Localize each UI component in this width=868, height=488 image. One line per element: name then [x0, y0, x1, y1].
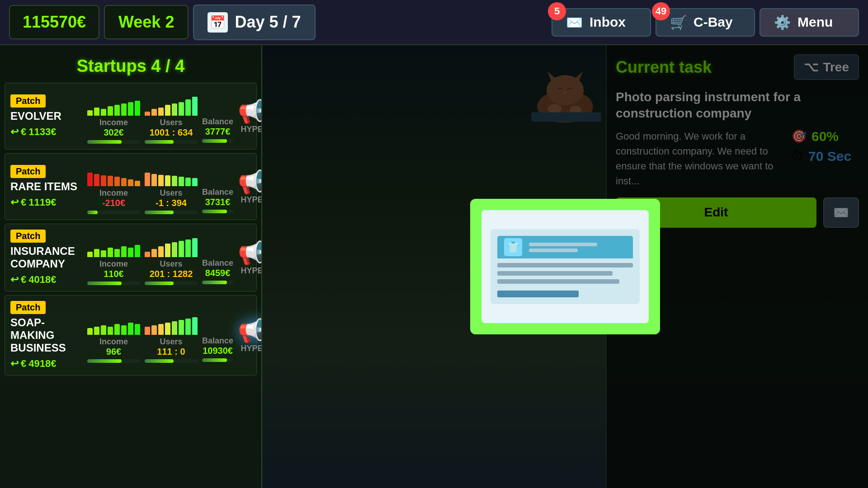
hype-label: HYPE	[241, 195, 262, 205]
menu-label: Menu	[797, 14, 833, 30]
mockup-avatar-icon: 👕	[504, 238, 522, 256]
mockup-line-1	[497, 263, 633, 267]
startup-cost: ↩ € 1133€	[10, 126, 83, 138]
startup-left-col: Patch SOAP-MAKING BUSINESS ↩ € 4918€	[10, 301, 83, 370]
balance-chart-area: Balance 3731€	[202, 160, 233, 213]
cbay-badge: 49	[652, 2, 670, 20]
users-value: 201 : 1282	[150, 269, 193, 279]
users-value: -1 : 394	[156, 198, 187, 208]
balance-value: 10930€	[203, 346, 233, 356]
gear-icon: ⚙️	[774, 14, 791, 30]
hype-megaphone-icon: 📢	[238, 318, 262, 344]
modal-window: 👕	[470, 199, 660, 334]
income-value: -210€	[102, 198, 125, 208]
startup-name: SOAP-MAKING BUSINESS	[10, 316, 83, 354]
startup-cost: ↩ € 4918€	[10, 358, 83, 370]
hype-megaphone-icon: 📢	[238, 169, 262, 195]
balance-chart-area: Balance 3777€	[202, 90, 233, 143]
currency-display: 115570€	[9, 5, 99, 39]
coin-icon: €	[21, 358, 26, 370]
users-chart-area: Users -1 : 394	[145, 159, 198, 214]
users-chart-area: Users 111 : 0	[145, 308, 198, 363]
mockup-header: 👕	[497, 236, 633, 258]
hype-area: 📢 HYPE	[238, 169, 262, 205]
coin-icon: €	[21, 126, 26, 138]
balance-chart-area: Balance 10930€	[202, 309, 233, 362]
balance-chart-area: Balance 8459€	[202, 231, 233, 284]
balance-label: Balance	[202, 336, 233, 346]
users-value: 1001 : 634	[150, 127, 193, 138]
hype-area: 📢 HYPE	[238, 318, 262, 353]
mockup-button-line	[497, 291, 579, 297]
return-icon: ↩	[10, 126, 19, 138]
main-content: Startups 4 / 4 Patch EVOLVER ↩ € 1133€ I…	[0, 45, 868, 488]
hype-area: 📢 HYPE	[238, 99, 262, 134]
hype-label: HYPE	[241, 344, 262, 353]
startup-card: Patch RARE ITEMS ↩ € 1119€ Income -210€ …	[5, 153, 257, 220]
users-chart	[145, 159, 198, 186]
income-chart	[87, 89, 140, 116]
modal-overlay: 👕	[262, 45, 868, 488]
inbox-button[interactable]: 5 ✉️ Inbox	[552, 8, 651, 37]
startup-name: INSURANCE COMPANY	[10, 245, 83, 270]
income-label: Income	[99, 337, 128, 347]
calendar-icon: 📅	[208, 12, 228, 33]
patch-badge: Patch	[10, 230, 46, 243]
users-chart-area: Users 201 : 1282	[145, 230, 198, 285]
balance-label: Balance	[202, 258, 233, 268]
patch-badge: Patch	[10, 94, 46, 108]
users-chart	[145, 89, 198, 116]
app-mockup: 👕	[491, 229, 640, 304]
mockup-line-3	[497, 279, 619, 284]
startup-cost: ↩ € 4018€	[10, 274, 83, 286]
inbox-label: Inbox	[590, 14, 626, 30]
week-display: Week 2	[104, 5, 189, 39]
users-label: Users	[160, 118, 182, 127]
coin-icon: €	[21, 274, 26, 286]
patch-badge: Patch	[10, 165, 46, 178]
inbox-badge: 5	[548, 2, 566, 20]
cbay-button[interactable]: 49 🛒 C-Bay	[656, 8, 755, 37]
startup-card: Patch INSURANCE COMPANY ↩ € 4018€ Income…	[5, 224, 257, 291]
income-chart-area: Income 302€	[87, 89, 140, 144]
startup-left-col: Patch EVOLVER ↩ € 1133€	[10, 94, 83, 138]
startups-panel: Startups 4 / 4 Patch EVOLVER ↩ € 1133€ I…	[0, 45, 262, 488]
hype-area: 📢 HYPE	[238, 240, 262, 276]
cbay-icon: 🛒	[670, 14, 687, 30]
income-chart-area: Income -210€	[87, 159, 140, 214]
income-chart-area: Income 96€	[87, 308, 140, 363]
balance-value: 3777€	[205, 127, 231, 137]
users-chart	[145, 230, 198, 257]
menu-button[interactable]: ⚙️ Menu	[760, 8, 859, 37]
hype-label: HYPE	[241, 266, 262, 276]
top-bar: 115570€ Week 2 📅 Day 5 / 7 5 ✉️ Inbox 49…	[0, 0, 868, 45]
hype-megaphone-icon: 📢	[238, 99, 262, 125]
users-label: Users	[160, 337, 182, 347]
income-chart	[87, 308, 140, 335]
return-icon: ↩	[10, 274, 19, 286]
modal-inner: 👕	[481, 210, 649, 323]
users-value: 111 : 0	[157, 347, 185, 357]
income-label: Income	[99, 118, 128, 127]
users-label: Users	[160, 188, 182, 198]
income-label: Income	[99, 259, 128, 269]
startup-card: Patch SOAP-MAKING BUSINESS ↩ € 4918€ Inc…	[5, 295, 257, 375]
patch-badge: Patch	[10, 301, 46, 314]
startups-title: Startups 4 / 4	[5, 50, 257, 83]
income-chart-area: Income 110€	[87, 230, 140, 285]
inbox-icon: ✉️	[566, 14, 583, 30]
mockup-line-2	[497, 271, 613, 276]
startup-cards-list: Patch EVOLVER ↩ € 1133€ Income 302€ User…	[5, 83, 257, 375]
return-icon: ↩	[10, 358, 19, 370]
income-chart	[87, 159, 140, 186]
hype-megaphone-icon: 📢	[238, 240, 262, 266]
right-panel: Current task ⌥ Tree Photo parsing instru…	[262, 45, 868, 488]
income-label: Income	[99, 188, 128, 198]
startup-left-col: Patch RARE ITEMS ↩ € 1119€	[10, 165, 83, 208]
income-value: 302€	[104, 127, 124, 138]
balance-value: 8459€	[205, 268, 231, 278]
users-label: Users	[160, 259, 182, 269]
balance-label: Balance	[202, 117, 233, 127]
balance-label: Balance	[202, 188, 233, 197]
startup-name: RARE ITEMS	[10, 180, 83, 193]
